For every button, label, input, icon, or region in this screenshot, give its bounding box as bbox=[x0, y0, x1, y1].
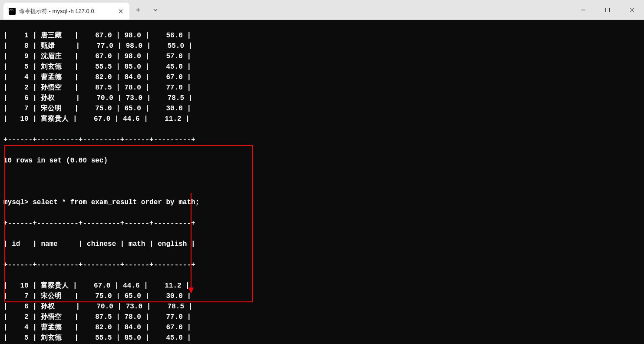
svg-rect-0 bbox=[606, 8, 610, 12]
table2-border-mid: +------+----------+---------+------+----… bbox=[3, 260, 641, 270]
terminal-output[interactable]: | 1 | 唐三藏 | 67.0 | 98.0 | 56.0 | | 8 | 甄… bbox=[0, 20, 644, 344]
table2-header: | id | name | chinese | math | english | bbox=[3, 239, 641, 249]
query-line: mysql> select * from exam_result order b… bbox=[3, 197, 641, 208]
tabs-dropdown-icon[interactable] bbox=[147, 0, 164, 20]
tab-title: 命令提示符 - mysql -h 127.0.0. bbox=[19, 7, 114, 15]
close-window-button[interactable] bbox=[620, 0, 644, 20]
table2-rows: | 10 | 富察贵人 | 67.0 | 44.6 | 11.2 | | 7 |… bbox=[3, 281, 641, 344]
table1-border-bottom: +------+----------+---------+------+----… bbox=[3, 135, 641, 145]
add-tab-button[interactable] bbox=[129, 0, 147, 20]
table2-border-top: +------+----------+---------+------+----… bbox=[3, 218, 641, 228]
table1-rows: | 1 | 唐三藏 | 67.0 | 98.0 | 56.0 | | 8 | 甄… bbox=[3, 30, 641, 124]
blank-line bbox=[3, 176, 641, 187]
tab-active[interactable]: 命令提示符 - mysql -h 127.0.0. bbox=[3, 3, 129, 20]
window-controls bbox=[571, 0, 644, 20]
window-titlebar: 命令提示符 - mysql -h 127.0.0. bbox=[0, 0, 644, 20]
cmd-icon bbox=[9, 8, 16, 15]
close-tab-icon[interactable] bbox=[117, 8, 124, 15]
status-line-1: 10 rows in set (0.00 sec) bbox=[3, 155, 641, 166]
maximize-button[interactable] bbox=[595, 0, 620, 20]
minimize-button[interactable] bbox=[571, 0, 595, 20]
